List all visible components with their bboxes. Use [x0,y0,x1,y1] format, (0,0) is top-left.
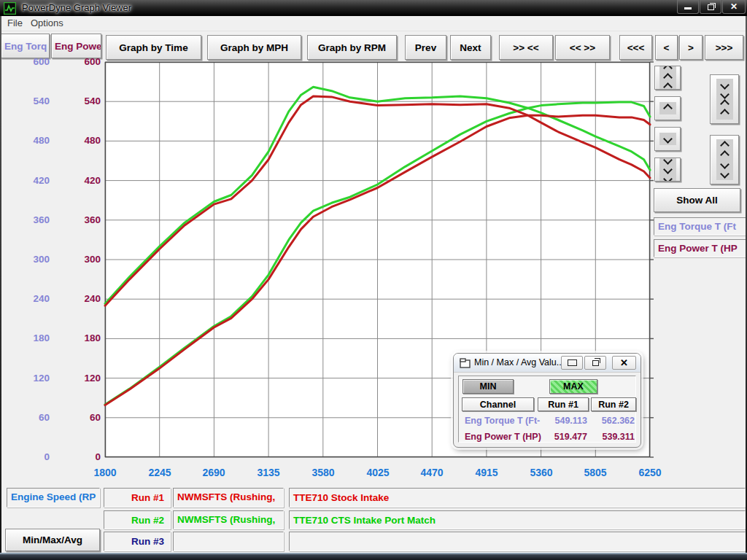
y-tick-label: 180 [53,332,101,344]
minmax-close-button[interactable]: ✕ [612,356,636,370]
y-tick-label: 0 [53,451,101,463]
run3-label[interactable]: Run #3 [104,532,171,551]
y-tick-label: 120 [53,373,101,384]
run1-file: NWMSFTS (Rushing, [173,488,284,508]
app-icon [4,2,16,15]
y-tick-label: 600 [53,56,101,68]
run3-note [289,532,746,551]
run2-file: NWMSFTS (Rushing, [173,510,284,529]
y-tick-label: 360 [53,214,101,226]
up-chevron-icon [659,102,676,114]
scale-down-fast-button[interactable] [654,158,681,182]
scale-up-button[interactable] [654,96,681,120]
torque-run2-max: 562.362 [589,415,635,427]
x-tick-label: 4025 [352,467,403,478]
minmax-title-bar[interactable]: Min / Max / Avg Valu... ✕ [454,354,640,373]
minimize-icon [568,359,577,366]
title-bar: PowerDyne Graph Viewer ✕ [0,0,747,16]
channel-column-header[interactable]: Channel [462,397,534,411]
torque-channel-label[interactable]: Eng Torque T (Ft [654,217,746,236]
torque-run1-max: 549.113 [538,415,587,427]
power-row-label: Eng Power T (HP) [465,431,549,443]
y-tick-label: 240 [1,293,50,305]
y-tick-label: 480 [1,135,50,147]
x-tick-label: 3580 [298,467,349,478]
menu-options[interactable]: Options [26,16,68,31]
tab-eng-power[interactable]: Eng Powe [51,34,101,58]
graph-by-rpm-button[interactable]: Graph by RPM [307,35,397,60]
minmax-window: Min / Max / Avg Valu... ✕ MIN MAX Channe… [453,353,641,448]
y-tick-label: 300 [53,254,101,265]
zoom-out-button[interactable]: << >> [555,35,610,60]
scroll-first-button[interactable]: <<< [619,35,652,60]
run3-file [173,532,284,551]
y-tick-label: 300 [1,254,50,265]
scale-down-button[interactable] [654,127,681,151]
close-button[interactable]: ✕ [722,0,746,14]
minmax-window-icon [460,358,471,368]
menu-file[interactable]: File [3,16,27,31]
x-tick-label: 6250 [624,467,676,478]
tab-eng-torque[interactable]: Eng Torq [1,34,50,58]
x-tick-label: 5360 [516,467,567,478]
zoom-in-button[interactable]: >> << [499,35,553,60]
x-tick-label: 2690 [188,467,239,478]
power-channel-label[interactable]: Eng Power T (HP [654,239,746,257]
next-button[interactable]: Next [450,35,491,60]
collapse-chevrons-icon [716,79,733,120]
window-frame-bottom [0,553,747,560]
x-tick-label: 2245 [134,467,185,478]
y-tick-label: 60 [1,412,50,424]
x-tick-label: 3135 [243,467,294,478]
power-run1-max: 519.477 [538,431,587,443]
range-expand-button[interactable] [710,135,739,184]
run2-column-header[interactable]: Run #2 [591,397,636,411]
run1-label[interactable]: Run #1 [104,488,171,508]
y-tick-label: 0 [1,451,50,463]
down-chevron-icon [659,133,676,145]
scale-up-fast-button[interactable] [654,66,681,90]
x-tick-label: 4915 [461,467,512,478]
y-tick-label: 480 [53,135,101,147]
window-frame-left [0,16,1,560]
max-button[interactable]: MAX [549,379,597,394]
power-run2-max: 539.311 [589,431,635,443]
minmax-minimize-button[interactable] [561,356,583,370]
run2-label[interactable]: Run #2 [104,510,171,529]
minimize-icon [684,7,692,9]
window-title: PowerDyne Graph Viewer [22,0,131,16]
close-icon: ✕ [730,1,738,12]
x-axis-channel-label[interactable]: Engine Speed (RP [7,488,100,508]
show-all-button[interactable]: Show All [654,188,740,212]
y-tick-label: 600 [1,56,50,68]
triple-up-chevron-icon [659,66,676,90]
scroll-last-button[interactable]: >>> [705,35,743,60]
x-tick-label: 5805 [570,467,621,478]
restore-button[interactable] [700,0,721,14]
graph-by-mph-button[interactable]: Graph by MPH [207,35,301,60]
run1-column-header[interactable]: Run #1 [538,397,589,411]
expand-chevrons-icon [716,139,733,180]
min-button[interactable]: MIN [462,379,514,394]
scroll-back-button[interactable]: < [655,35,678,60]
scroll-forward-button[interactable]: > [679,35,703,60]
run1-note: TTE710 Stock Intake [289,488,746,508]
minmaxavg-button[interactable]: Min/Max/Avg [5,529,100,551]
triple-down-chevron-icon [659,158,676,182]
y-tick-label: 120 [1,373,50,384]
minmax-restore-button[interactable] [584,356,606,370]
graph-by-time-button[interactable]: Graph by Time [106,35,201,60]
range-collapse-button[interactable] [710,74,739,124]
y-tick-label: 180 [1,332,50,344]
y-tick-label: 360 [1,214,50,226]
restore-icon [592,360,599,366]
torque-row-label: Eng Torque T (Ft- [465,415,549,427]
menu-bar: File Options [0,16,747,31]
y-tick-label: 60 [53,412,101,424]
minmax-window-title: Min / Max / Avg Valu... [474,357,564,368]
minimize-button[interactable] [677,0,699,14]
x-tick-label: 1800 [80,467,131,478]
x-tick-label: 4470 [406,467,457,478]
y-tick-label: 240 [53,293,101,305]
prev-button[interactable]: Prev [405,35,446,60]
